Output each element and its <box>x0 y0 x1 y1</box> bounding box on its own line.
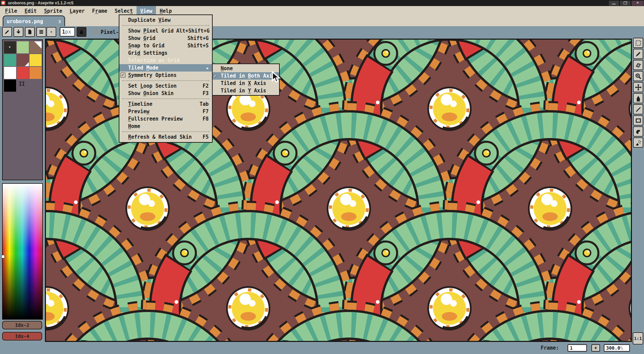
mouse-cursor <box>271 71 281 85</box>
palette-swatch[interactable] <box>17 54 29 66</box>
view-menu-popup: Duplicate View Show Pixel GridAlt+Shift+… <box>119 14 213 143</box>
arrow-cursor-icon <box>271 71 281 83</box>
menu-separator <box>122 131 209 132</box>
palette-swatch[interactable] <box>4 80 16 92</box>
download-button[interactable] <box>13 27 23 37</box>
submenu-item-none[interactable]: None <box>213 65 279 72</box>
palette-swatch[interactable] <box>30 67 42 79</box>
tab-uroboros[interactable]: uroboros.png X <box>3 15 65 27</box>
tool-eraser[interactable] <box>633 60 643 70</box>
color-spectrum-picker[interactable] <box>2 183 43 320</box>
palette-swatch[interactable] <box>17 41 29 53</box>
menu-item-refresh-reload-skin[interactable]: Refresh & Reload SkinF5 <box>119 133 212 141</box>
foreground-color-button[interactable]: Idx-2 <box>2 321 42 329</box>
aseprite-logo-icon <box>1 1 5 5</box>
brush-size-input[interactable]: 1px <box>60 27 75 37</box>
menu-item-show-pixel-grid[interactable]: Show Pixel GridAlt+Shift+G <box>119 27 212 35</box>
spectrum-marker[interactable] <box>1 255 5 258</box>
submenu-item-tiled-y-axis[interactable]: Tiled in Y Axis <box>213 87 279 94</box>
menu-item-snap-to-grid[interactable]: Snap to GridShift+S <box>119 42 212 49</box>
corner-mark <box>25 62 29 66</box>
status-bar: Frame: 1 + 300.0% <box>0 342 644 354</box>
palette-swatch[interactable] <box>17 67 29 79</box>
magnifier-eyedropper-icon <box>635 73 642 80</box>
tool-eyedropper-zoom[interactable] <box>633 71 643 81</box>
restore-icon <box>624 2 627 4</box>
palette-swatch[interactable] <box>4 41 16 53</box>
add-frame-button[interactable]: + <box>591 344 600 352</box>
menu-options-button[interactable] <box>36 27 46 37</box>
tool-rectangle[interactable] <box>633 115 643 126</box>
checkbox-checked-icon: ✓ <box>120 73 125 78</box>
palette-swatch[interactable] <box>4 67 16 79</box>
tool-spray[interactable] <box>633 137 643 148</box>
aseprite-window: uroboros.png - Aseprite v1.1.2-rc5 × Fil… <box>0 0 644 354</box>
close-button[interactable]: × <box>631 0 644 6</box>
brush-preview-button[interactable] <box>46 27 56 37</box>
selected-color-dot <box>9 46 10 48</box>
palette-pause-mark: II <box>19 81 25 87</box>
menu-item-show-grid[interactable]: Show GridShift+G <box>119 35 212 42</box>
menu-item-home[interactable]: Home <box>119 123 212 130</box>
minimize-button[interactable] <box>608 0 619 6</box>
paint-drop-icon <box>635 95 642 102</box>
submenu-item-tiled-x-axis[interactable]: Tiled in X Axis <box>213 80 279 87</box>
tool-rectangular-marquee[interactable] <box>633 38 643 48</box>
pencil-icon <box>635 51 642 57</box>
contour-blob-icon <box>635 128 642 135</box>
menu-item-preview[interactable]: PreviewF7 <box>119 108 212 115</box>
zoom-ratio-button[interactable]: 1:1 <box>633 332 643 345</box>
menu-file[interactable]: File <box>1 6 21 16</box>
checkmark-icon: ✓ <box>214 73 217 79</box>
frame-label: Frame: <box>541 342 559 354</box>
tool-line[interactable] <box>633 104 643 115</box>
menu-sprite[interactable]: Sprite <box>40 6 66 16</box>
menu-item-show-onion-skin[interactable]: Show Onion SkinF3 <box>119 90 212 97</box>
tab-title: uroboros.png <box>7 18 58 25</box>
tool-pencil[interactable] <box>633 49 643 59</box>
restore-button[interactable] <box>620 0 631 6</box>
line-icon <box>635 106 642 113</box>
palette-swatch[interactable] <box>4 54 16 66</box>
tool-paint-bucket[interactable] <box>633 93 643 103</box>
pixel-perfect-checkbox[interactable] <box>93 29 98 34</box>
brush-tool-button[interactable] <box>2 27 12 37</box>
ink-type-button[interactable] <box>76 27 87 37</box>
tab-close-icon[interactable]: X <box>58 19 61 24</box>
menu-edit[interactable]: Edit <box>21 6 40 16</box>
rectangle-icon <box>635 117 642 124</box>
background-color-button[interactable]: Idx-4 <box>2 332 42 341</box>
pencil-icon <box>4 29 10 35</box>
menu-item-set-loop-section[interactable]: Set Loop SectionF2 <box>119 82 212 90</box>
palette-swatch[interactable] <box>30 54 42 66</box>
corner-mark <box>34 41 42 49</box>
menu-separator <box>122 98 209 99</box>
menu-item-grid-settings[interactable]: Grid Settings <box>119 49 212 57</box>
submenu-item-tiled-both-axis[interactable]: ✓Tiled in Both Axis <box>213 72 279 80</box>
page-icon <box>27 29 33 35</box>
minimize-icon <box>612 4 615 4</box>
menu-item-timeline[interactable]: TimelineTab <box>119 100 212 108</box>
menu-item-duplicate-view[interactable]: Duplicate View <box>119 16 212 24</box>
palette-panel: II <box>2 39 43 180</box>
new-file-button[interactable] <box>25 27 35 37</box>
menu-item-tiled-mode[interactable]: Tiled Mode▶ <box>119 64 212 72</box>
menu-frame[interactable]: Frame <box>89 6 111 16</box>
submenu-arrow-icon: ▶ <box>207 66 209 70</box>
tool-move[interactable] <box>633 82 643 92</box>
zoom-level-input[interactable]: 300.0% <box>604 344 630 352</box>
menu-separator <box>122 25 209 26</box>
tiled-mode-submenu: None ✓Tiled in Both Axis Tiled in X Axis… <box>212 63 280 96</box>
spray-icon <box>635 139 642 146</box>
menu-item-symmetry-options[interactable]: ✓Symmetry Options <box>119 72 212 79</box>
menu-layer[interactable]: Layer <box>66 6 88 16</box>
context-toolbar: 1px Pixel-pe <box>0 26 644 39</box>
menu-separator <box>122 80 209 81</box>
palette-swatch[interactable] <box>30 41 42 53</box>
menu-item-fullscreen-preview[interactable]: Fullscreen PreviewF8 <box>119 115 212 123</box>
tool-contour[interactable] <box>633 126 643 137</box>
ink-bottle-icon <box>78 29 85 35</box>
menu-item-selection-as-grid: Selection as Grid <box>119 57 212 64</box>
frame-number-input[interactable]: 1 <box>568 344 587 352</box>
window-titlebar: uroboros.png - Aseprite v1.1.2-rc5 × <box>0 0 644 6</box>
